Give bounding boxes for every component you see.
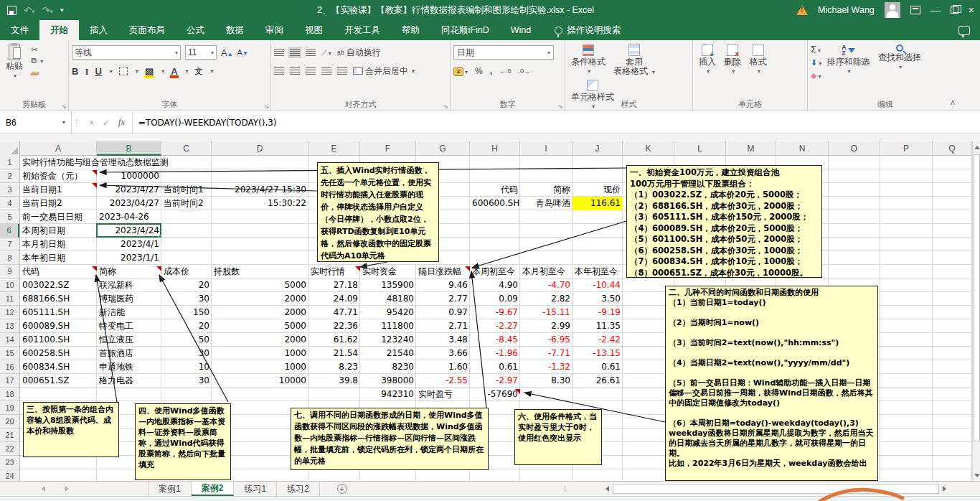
cell-C10[interactable]: 20 [161, 278, 212, 292]
cell-C17[interactable]: 30 [161, 374, 212, 388]
cell-F14[interactable]: 123240 [360, 333, 416, 347]
sheet-tab-案例2[interactable]: 案例2 [192, 482, 235, 496]
row-header-10[interactable]: 10 [0, 278, 19, 292]
cell-B14[interactable]: 恒立液压 [97, 333, 161, 347]
cell-J17[interactable]: 26.61 [573, 374, 623, 388]
confirm-entry-icon[interactable]: ✓ [103, 118, 110, 128]
cell-G11[interactable]: 2.77 [416, 292, 470, 306]
cell-A14[interactable]: 601100.SH [20, 333, 97, 347]
align-middle-icon[interactable] [290, 49, 300, 57]
insert-cells-button[interactable]: 插入 ▾ [696, 43, 719, 76]
minimize-button[interactable]: — [930, 5, 941, 15]
font-dialog-launcher-icon[interactable]: ↘ [263, 103, 269, 110]
cell-C12[interactable]: 150 [161, 306, 212, 319]
redo-icon[interactable]: ↷▾ [42, 5, 52, 16]
cell-J16[interactable]: 0.61 [573, 360, 623, 374]
row-header-5[interactable]: 5 [0, 210, 19, 224]
cell-F11[interactable]: 48180 [360, 292, 416, 306]
cell-J10[interactable]: -10.44 [573, 278, 623, 292]
row-header-16[interactable]: 16 [0, 360, 19, 374]
avatar[interactable] [885, 2, 900, 18]
cell-F15[interactable]: 21540 [360, 347, 416, 360]
align-top-icon[interactable] [274, 49, 284, 57]
paste-button[interactable]: 粘贴 ▾ [3, 43, 26, 80]
restore-button[interactable] [951, 6, 958, 14]
callout-box-五[interactable]: 五、插入Wind实时行情函数，先任选一个单元格位置，使用实时行情功能插入任意股票… [317, 162, 439, 262]
percent-style-button[interactable]: % [475, 66, 483, 76]
cell-I10[interactable]: -4.70 [520, 278, 573, 292]
number-format-select[interactable]: 日期 ▾ [453, 45, 554, 60]
cell-C9[interactable]: 成本价 [161, 265, 212, 278]
cell-D15[interactable]: 1000 [212, 347, 308, 360]
ribbon-tab-公式[interactable]: 公式 [176, 20, 215, 40]
close-button[interactable]: × [969, 5, 974, 15]
cell-J13[interactable]: 11.35 [573, 319, 623, 333]
cell-F13[interactable]: 111800 [360, 319, 416, 333]
cell-A13[interactable]: 600089.SH [20, 319, 97, 333]
ribbon-tab-文件[interactable]: 文件 [0, 20, 39, 40]
column-header-Q[interactable]: Q [933, 141, 972, 156]
prev-sheet-icon[interactable] [42, 486, 45, 492]
row-header-7[interactable]: 7 [0, 238, 19, 251]
callout-box-四[interactable]: 四、使用Wind多值函数—内地股票指标—基本资料—证券资料—股票简称，通过Win… [135, 403, 231, 480]
cell-E15[interactable]: 21.54 [308, 347, 360, 360]
cell-H12[interactable]: -9.67 [470, 306, 520, 319]
cell-C4[interactable]: 当前时间2 [161, 197, 212, 210]
ribbon-tab-帮助[interactable]: 帮助 [391, 20, 430, 40]
horizontal-scrollbar[interactable]: ⋮ [562, 482, 971, 495]
cell-J14[interactable]: -2.42 [573, 333, 623, 347]
row-header-1[interactable]: 1 [0, 156, 19, 169]
fill-color-button[interactable]: ▨ [145, 67, 154, 76]
row-header-9[interactable]: 9 [0, 265, 19, 278]
number-dialog-launcher-icon[interactable]: ↘ [557, 103, 563, 110]
column-header-L[interactable]: L [674, 141, 726, 156]
copy-button[interactable]: ⧉ ▾ [31, 56, 43, 66]
cell-I9[interactable]: 本月初至今 [520, 265, 573, 278]
row-header-14[interactable]: 14 [0, 333, 19, 347]
cell-D11[interactable]: 2000 [212, 292, 308, 306]
cell-A10[interactable]: 003022.SZ [20, 278, 97, 292]
cell-A2[interactable]: 初始资金（元） [20, 169, 97, 183]
cell-J15[interactable]: -13.15 [573, 347, 623, 360]
collapse-ribbon-icon[interactable]: ∧ [950, 98, 956, 107]
cell-C16[interactable]: 10 [161, 360, 212, 374]
cell-I15[interactable]: -7.71 [520, 347, 573, 360]
ribbon-tab-插入[interactable]: 插入 [79, 20, 118, 40]
conditional-formatting-button[interactable]: 条件格式 ▾ [568, 43, 608, 76]
cell-G16[interactable]: 1.60 [416, 360, 470, 374]
cell-B4[interactable]: 2023/04/27 [97, 197, 161, 210]
cell-D13[interactable]: 5000 [212, 319, 308, 333]
cell-H15[interactable]: -1.96 [470, 347, 520, 360]
cell-J12[interactable]: -9.19 [573, 306, 623, 319]
cell-A16[interactable]: 600834.SH [20, 360, 97, 374]
cell-F10[interactable]: 135900 [360, 278, 416, 292]
cell-G12[interactable]: 0.97 [416, 306, 470, 319]
cell-C3[interactable]: 当前时间1 [161, 183, 212, 197]
cell-D14[interactable]: 2000 [212, 333, 308, 347]
cell-J3[interactable]: 现价 [573, 183, 623, 197]
align-left-icon[interactable] [274, 67, 284, 75]
row-header-18[interactable]: 18 [0, 388, 19, 401]
decrease-indent-icon[interactable] [321, 67, 331, 75]
cell-H14[interactable]: -8.45 [470, 333, 520, 347]
column-header-F[interactable]: F [360, 141, 416, 156]
cell-A8[interactable]: 本年初日期 [20, 251, 97, 265]
shrink-font-button[interactable]: A▼ [237, 48, 248, 57]
cell-D12[interactable]: 2000 [212, 306, 308, 319]
cell-A12[interactable]: 605111.SH [20, 306, 97, 319]
column-header-K[interactable]: K [623, 141, 674, 156]
scroll-left-icon[interactable] [602, 483, 613, 494]
cell-A1[interactable]: 实时行情功能与组合管理动态数据监测 [20, 156, 171, 169]
cell-A17[interactable]: 000651.SZ [20, 374, 97, 388]
warning-icon[interactable] [796, 5, 808, 15]
cell-A9[interactable]: 代码 [20, 265, 97, 278]
cell-G17[interactable]: -2.55 [416, 374, 470, 388]
column-header-O[interactable]: O [829, 141, 880, 156]
user-name[interactable]: Michael Wang [818, 5, 875, 15]
comma-style-button[interactable]: , [490, 66, 492, 76]
cell-D10[interactable]: 5000 [212, 278, 308, 292]
cell-J9[interactable]: 本年初至今 [573, 265, 623, 278]
formula-bar-handle[interactable]: ⋮ [72, 111, 82, 134]
cell-C11[interactable]: 30 [161, 292, 212, 306]
cell-B5[interactable]: 2023-04-26 [97, 210, 161, 224]
